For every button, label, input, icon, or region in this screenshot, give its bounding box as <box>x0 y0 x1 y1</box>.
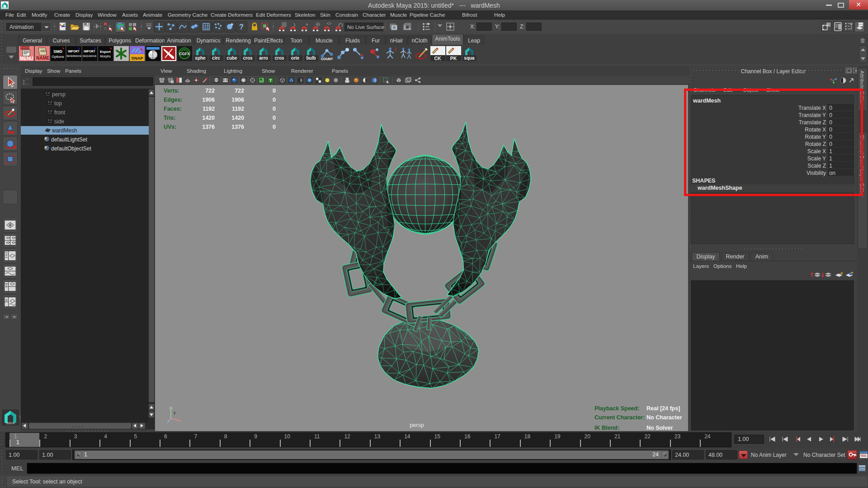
svg-text:?: ? <box>239 23 244 31</box>
svg-text:IMPORT: IMPORT <box>84 50 95 53</box>
svg-text:Options: Options <box>52 55 64 59</box>
svg-text:MAYA: MAYA <box>6 422 15 425</box>
svg-text:bulb: bulb <box>306 56 316 61</box>
svg-text:squa: squa <box>464 56 475 61</box>
svg-text:PK: PK <box>450 56 457 61</box>
svg-text:Morphs: Morphs <box>100 55 111 58</box>
svg-text:ABC: ABC <box>40 49 47 52</box>
svg-text:IMPORT: IMPORT <box>68 50 79 53</box>
svg-text:MENU: MENU <box>20 56 33 61</box>
svg-text:cros: cros <box>274 56 284 61</box>
svg-text:Export: Export <box>100 50 111 54</box>
svg-text:COUNT: COUNT <box>321 57 333 61</box>
svg-text:SEQUENCE: SEQUENCE <box>83 55 97 57</box>
svg-text:SMD: SMD <box>53 49 63 54</box>
svg-text:CK: CK <box>434 56 441 61</box>
svg-text:CGFX: CGFX <box>179 52 190 56</box>
svg-text:sphe: sphe <box>195 56 206 61</box>
svg-text:SNAP: SNAP <box>131 56 143 61</box>
svg-text:NAME: NAME <box>36 56 50 61</box>
svg-text:circ: circ <box>212 56 220 61</box>
svg-text:!: ! <box>395 47 396 53</box>
svg-text:T: T <box>269 78 272 83</box>
svg-text:cros: cros <box>243 56 253 61</box>
svg-text:cube: cube <box>226 56 237 61</box>
svg-text:orie: orie <box>291 56 300 61</box>
svg-text:REFERENCE: REFERENCE <box>66 55 81 57</box>
svg-text:arro: arro <box>259 56 268 61</box>
